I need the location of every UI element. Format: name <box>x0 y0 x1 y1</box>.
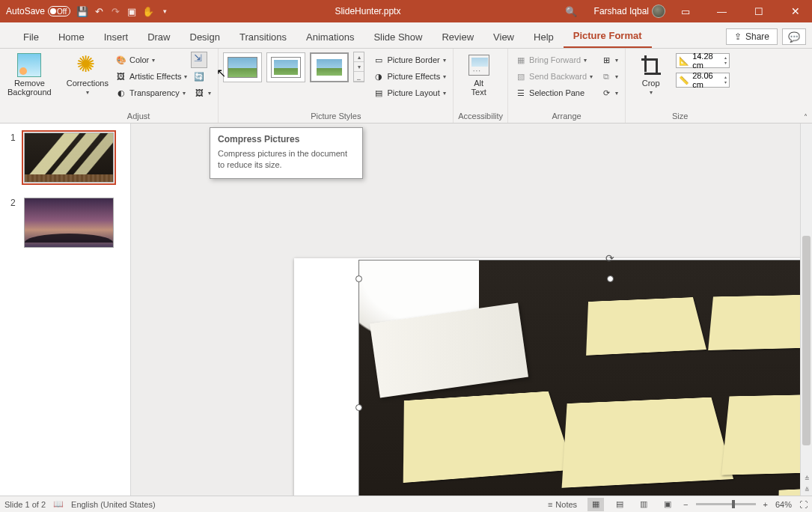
selection-pane-button[interactable]: ☰Selection Pane <box>513 85 595 101</box>
color-icon: 🎨 <box>115 54 127 66</box>
undo-icon[interactable]: ↶ <box>92 4 106 18</box>
prev-slide-button[interactable]: ≙ <box>801 473 812 484</box>
crop-button[interactable]: Crop ▾ <box>630 52 671 96</box>
selection-handle[interactable] <box>355 404 362 411</box>
style-thumb-2[interactable] <box>266 52 305 82</box>
tab-review[interactable]: Review <box>432 26 483 48</box>
adjust-group-label: Adjust <box>64 110 214 123</box>
remove-background-button[interactable]: Remove Background <box>4 52 55 97</box>
collapse-ribbon-icon[interactable]: ˄ <box>804 113 808 121</box>
tab-home[interactable]: Home <box>49 26 94 48</box>
picture-styles-group-label: Picture Styles <box>223 110 448 123</box>
comments-button[interactable]: 💬 <box>782 28 806 45</box>
transparency-button[interactable]: ◐Transparency▾ <box>113 85 189 101</box>
vertical-scrollbar[interactable]: ≙ ≚ <box>800 124 812 496</box>
zoom-in-button[interactable]: + <box>763 500 768 509</box>
group-button[interactable]: ⧉▾ <box>598 68 620 85</box>
status-bar: Slide 1 of 2 📖 English (United States) ≡… <box>0 496 812 512</box>
zoom-out-button[interactable]: − <box>683 500 688 509</box>
ribbon-tabs: File Home Insert Draw Design Transitions… <box>0 22 812 49</box>
share-button[interactable]: ⇪Share <box>726 28 778 45</box>
redo-icon[interactable]: ↷ <box>109 4 122 18</box>
close-button[interactable]: ✕ <box>778 0 812 22</box>
thumbnail-1[interactable]: 1 <box>0 132 130 183</box>
tab-view[interactable]: View <box>483 26 524 48</box>
autosave-toggle[interactable]: AutoSave Off <box>6 6 73 16</box>
picture-effects-button[interactable]: ◑Picture Effects▾ <box>370 68 448 85</box>
style-thumb-3[interactable] <box>310 52 349 82</box>
send-backward-button[interactable]: ▧Send Backward▾ <box>513 68 595 85</box>
size-group-label: Size <box>630 110 730 123</box>
slideshow-view-button[interactable]: ▣ <box>659 498 676 511</box>
tab-help[interactable]: Help <box>524 26 564 48</box>
notes-icon: ≡ <box>548 500 552 509</box>
slide-canvas[interactable]: ⟳ <box>131 124 800 496</box>
transparency-icon: ◐ <box>115 87 127 99</box>
qat-customize-icon[interactable]: ▾ <box>158 4 171 18</box>
rotation-handle[interactable]: ⟳ <box>605 252 614 264</box>
picture-layout-button[interactable]: ▤Picture Layout▾ <box>370 85 448 101</box>
layout-icon: ▤ <box>373 87 385 99</box>
touch-mode-icon[interactable]: ✋ <box>141 4 155 18</box>
selection-handle[interactable] <box>355 275 362 282</box>
zoom-slider[interactable] <box>696 503 756 505</box>
thumbnail-2-preview <box>24 198 114 248</box>
picture-style-gallery[interactable]: ▴▾⎯ <box>223 52 364 82</box>
reset-picture-button[interactable]: 🖼▾ <box>191 85 213 101</box>
width-input[interactable]: 📏28.06 cm▴▾ <box>676 73 730 88</box>
crop-icon <box>641 55 661 75</box>
artistic-effects-button[interactable]: 🖼Artistic Effects▾ <box>113 68 189 85</box>
tab-picture-format[interactable]: Picture Format <box>564 25 652 48</box>
tooltip: Compress Pictures Compress pictures in t… <box>210 127 363 179</box>
tab-file[interactable]: File <box>13 26 49 48</box>
color-button[interactable]: 🎨Color▾ <box>113 52 189 68</box>
reading-view-button[interactable]: ▥ <box>635 498 652 511</box>
sorter-view-button[interactable]: ▤ <box>611 498 628 511</box>
next-slide-button[interactable]: ≚ <box>801 484 812 496</box>
comment-icon: 💬 <box>788 31 800 43</box>
tab-slideshow[interactable]: Slide Show <box>364 26 432 48</box>
change-picture-button[interactable]: 🔄 <box>191 68 213 85</box>
tooltip-body: Compress pictures in the document to red… <box>218 148 355 171</box>
normal-view-button[interactable]: ▦ <box>587 498 604 511</box>
gallery-scroll[interactable]: ▴▾⎯ <box>353 52 364 82</box>
thumbnail-2[interactable]: 2 <box>0 198 130 248</box>
chevron-down-icon: ▾ <box>86 89 89 96</box>
notes-button[interactable]: ≡Notes <box>545 500 580 509</box>
style-thumb-1[interactable] <box>223 52 262 82</box>
minimize-button[interactable]: ― <box>705 0 739 22</box>
corrections-button[interactable]: Corrections ▾ <box>64 52 112 96</box>
alt-text-button[interactable]: Alt Text <box>458 52 499 97</box>
save-icon[interactable]: 💾 <box>76 4 89 18</box>
language-status[interactable]: English (United States) <box>71 500 156 509</box>
title-bar: AutoSave Off 💾 ↶ ↷ ▣ ✋ ▾ SlideHunter.ppt… <box>0 0 812 22</box>
tab-design[interactable]: Design <box>180 26 230 48</box>
zoom-level[interactable]: 64% <box>775 500 792 509</box>
selected-picture[interactable] <box>358 260 800 496</box>
autosave-toggle-icon <box>48 6 70 16</box>
selection-handle[interactable] <box>607 275 614 282</box>
rotate-button[interactable]: ⟳▾ <box>598 85 620 101</box>
align-button[interactable]: ⊞▾ <box>598 52 620 68</box>
ribbon-display-button[interactable]: ▭ <box>668 0 702 22</box>
tab-animations[interactable]: Animations <box>296 26 364 48</box>
tab-draw[interactable]: Draw <box>138 26 180 48</box>
tooltip-title: Compress Pictures <box>218 134 355 144</box>
bring-forward-button[interactable]: ▦Bring Forward▾ <box>513 52 595 68</box>
artistic-icon: 🖼 <box>115 70 127 82</box>
picture-border-button[interactable]: ▭Picture Border▾ <box>370 52 448 68</box>
send-backward-icon: ▧ <box>515 70 527 82</box>
spellcheck-icon[interactable]: 📖 <box>53 499 64 509</box>
username: Farshad Iqbal <box>594 6 649 16</box>
chevron-down-icon: ▾ <box>650 89 653 96</box>
search-icon[interactable]: 🔍 <box>564 4 578 18</box>
maximize-button[interactable]: ☐ <box>742 0 775 22</box>
tab-insert[interactable]: Insert <box>94 26 138 48</box>
compress-pictures-button[interactable] <box>191 52 207 68</box>
height-input[interactable]: 📐14.28 cm▴▾ <box>676 53 730 68</box>
avatar[interactable] <box>652 4 665 18</box>
remove-background-icon <box>17 53 41 77</box>
fit-to-window-button[interactable]: ⛶ <box>799 500 808 509</box>
tab-transitions[interactable]: Transitions <box>230 26 296 48</box>
present-from-beginning-icon[interactable]: ▣ <box>125 4 138 18</box>
